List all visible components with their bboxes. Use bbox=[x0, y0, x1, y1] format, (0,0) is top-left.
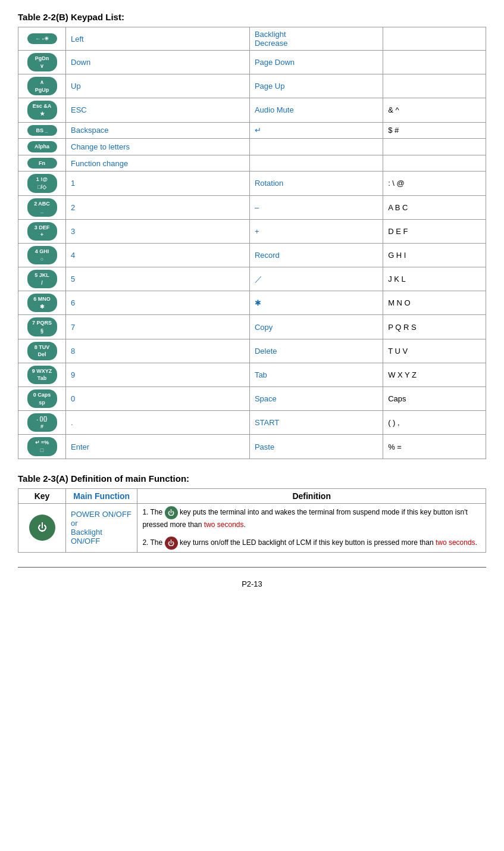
key-cell: 2 ABC _ bbox=[18, 195, 66, 219]
key-cell: PgDn ∨ bbox=[18, 51, 66, 74]
main-func-cell: Down bbox=[66, 51, 250, 74]
main-func-cell: 6 bbox=[66, 291, 250, 315]
alpha-cell bbox=[383, 155, 486, 172]
fn-cell: Audio Mute bbox=[249, 98, 383, 122]
main-func-cell: 9 bbox=[66, 363, 250, 386]
main-func-cell: 3 bbox=[66, 219, 250, 243]
alpha-cell: P Q R S bbox=[383, 315, 486, 339]
fn-cell: ↵ bbox=[249, 122, 383, 139]
page-number: P2-13 bbox=[18, 579, 486, 588]
key-cell: BS _ bbox=[18, 122, 66, 139]
table-row: 4 GHI ○4RecordG H I bbox=[18, 243, 486, 267]
key-cell: ← -☀ bbox=[18, 27, 66, 51]
key-icon: 7 PQRS § bbox=[27, 317, 57, 336]
table-row: PgDn ∨DownPage Down bbox=[18, 51, 486, 74]
main-func-cell: 0 bbox=[66, 387, 250, 411]
table-row: 5 JKL /5／J K L bbox=[18, 267, 486, 291]
key-icon: PgDn ∨ bbox=[27, 53, 57, 71]
fn-cell: Record bbox=[249, 243, 383, 267]
main-func-cell: 8 bbox=[66, 339, 250, 363]
key-icon: 9 WXYZ Tab bbox=[27, 366, 57, 384]
page-divider bbox=[18, 567, 486, 568]
key-icon: 4 GHI ○ bbox=[27, 246, 57, 264]
fn-cell: Copy bbox=[249, 315, 383, 339]
main-func-cell: Enter bbox=[66, 435, 250, 459]
def-p2b: key turns on/off the LED backlight of LC… bbox=[180, 538, 436, 547]
key-icon: 3 DEF + bbox=[27, 222, 57, 241]
table2-title: Table 2-3(A) Definition of main Function… bbox=[18, 473, 486, 484]
col-main-header: Main Function bbox=[66, 488, 137, 503]
key-icon: ∧ PgUp bbox=[27, 77, 57, 95]
alpha-cell: & ^ bbox=[383, 98, 486, 122]
def-p1: 1. The bbox=[142, 508, 162, 516]
key-cell: Alpha bbox=[18, 139, 66, 155]
table-row: 3 DEF +3+D E F bbox=[18, 219, 486, 243]
key-icon: . (){} # bbox=[27, 413, 57, 432]
key-icon: 1 !@ □/◇ bbox=[27, 174, 57, 192]
key-icon: ↵ =% □ bbox=[27, 437, 57, 456]
key-icon: 6 MNO ✱ bbox=[27, 294, 57, 312]
table-row: ⏻ POWER ON/OFF or Backlight ON/OFF 1. Th… bbox=[18, 503, 486, 552]
key-cell: ↵ =% □ bbox=[18, 435, 66, 459]
main-func-cell: 4 bbox=[66, 243, 250, 267]
fn-cell: Delete bbox=[249, 339, 383, 363]
table-row: 2 ABC _2–A B C bbox=[18, 195, 486, 219]
fn-cell: ／ bbox=[249, 267, 383, 291]
main-func-cell: Up bbox=[66, 74, 250, 98]
key-cell: 3 DEF + bbox=[18, 219, 66, 243]
fn-cell: – bbox=[249, 195, 383, 219]
key-cell: 8 TUV Del bbox=[18, 339, 66, 363]
key-icon: 0 Caps sp bbox=[27, 389, 57, 408]
fn-cell: Rotation bbox=[249, 172, 383, 195]
table-row: 6 MNO ✱6✱M N O bbox=[18, 291, 486, 315]
alpha-cell: T U V bbox=[383, 339, 486, 363]
key-icon: 5 JKL / bbox=[27, 270, 57, 288]
table-row: ↵ =% □EnterPaste% = bbox=[18, 435, 486, 459]
key-icon: Esc &A ★ bbox=[27, 101, 57, 119]
alpha-cell bbox=[383, 74, 486, 98]
main-func-cell: Left bbox=[66, 27, 250, 51]
main-func-cell: . bbox=[66, 411, 250, 435]
table-row: 8 TUV Del8DeleteT U V bbox=[18, 339, 486, 363]
alpha-cell: % = bbox=[383, 435, 486, 459]
alpha-cell: W X Y Z bbox=[383, 363, 486, 386]
key-cell: 9 WXYZ Tab bbox=[18, 363, 66, 386]
key-cell: Esc &A ★ bbox=[18, 98, 66, 122]
power-icon-inline2: ⏻ bbox=[165, 537, 178, 550]
power-main-func: POWER ON/OFF or Backlight ON/OFF bbox=[66, 503, 137, 552]
key-icon: Alpha bbox=[27, 141, 57, 152]
key-cell: ∧ PgUp bbox=[18, 74, 66, 98]
main-func-cell: Backspace bbox=[66, 122, 250, 139]
key-icon: 2 ABC _ bbox=[27, 198, 57, 217]
alpha-cell: G H I bbox=[383, 243, 486, 267]
fn-cell: Page Down bbox=[249, 51, 383, 74]
power-definition: 1. The ⏻ key puts the terminal into and … bbox=[137, 503, 486, 552]
main-func-cell: ESC bbox=[66, 98, 250, 122]
key-icon: ← -☀ bbox=[27, 33, 57, 45]
alpha-cell: A B C bbox=[383, 195, 486, 219]
def-highlight2: two seconds bbox=[436, 538, 475, 547]
key-icon: Fn bbox=[27, 158, 57, 169]
function-table: Key Main Function Definition ⏻ POWER ON/… bbox=[18, 488, 486, 553]
alpha-cell: M N O bbox=[383, 291, 486, 315]
table-row: AlphaChange to letters bbox=[18, 139, 486, 155]
alpha-cell bbox=[383, 51, 486, 74]
main-func-cell: 7 bbox=[66, 315, 250, 339]
key-cell: 0 Caps sp bbox=[18, 387, 66, 411]
fn-cell: Page Up bbox=[249, 74, 383, 98]
key-cell: 5 JKL / bbox=[18, 267, 66, 291]
power-key-icon: ⏻ bbox=[29, 515, 55, 541]
table-row: 9 WXYZ Tab9TabW X Y Z bbox=[18, 363, 486, 386]
fn-cell bbox=[249, 139, 383, 155]
main-func-cell: 1 bbox=[66, 172, 250, 195]
def-p2: 2. The bbox=[142, 538, 162, 547]
alpha-cell: ( ) , bbox=[383, 411, 486, 435]
main-func-cell: Change to letters bbox=[66, 139, 250, 155]
fn-cell: START bbox=[249, 411, 383, 435]
main-func-cell: 5 bbox=[66, 267, 250, 291]
power-key-cell: ⏻ bbox=[18, 503, 66, 552]
fn-cell: ✱ bbox=[249, 291, 383, 315]
key-cell: Fn bbox=[18, 155, 66, 172]
fn-cell: Space bbox=[249, 387, 383, 411]
keypad-table: ← -☀LeftBacklight DecreasePgDn ∨DownPage… bbox=[18, 27, 486, 459]
